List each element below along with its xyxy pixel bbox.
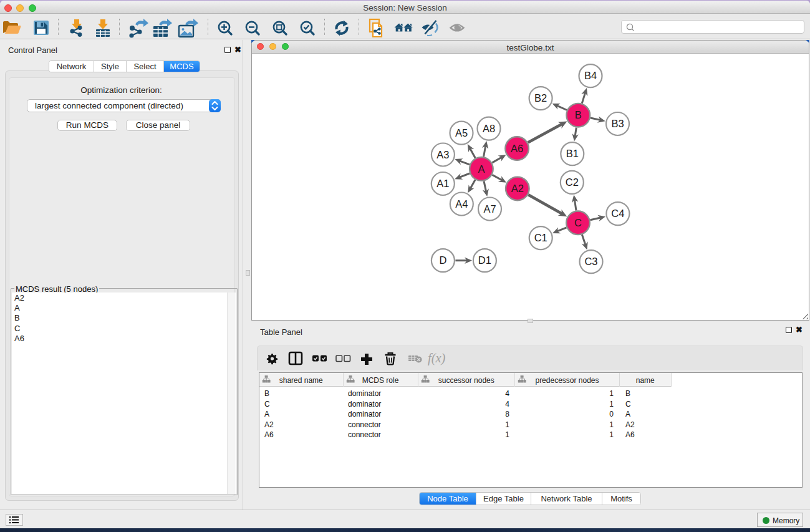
svg-text:C3: C3 [584, 256, 597, 267]
svg-text:A: A [478, 163, 485, 175]
svg-text:C1: C1 [534, 232, 547, 243]
svg-text:A4: A4 [455, 198, 468, 210]
svg-text:D: D [439, 254, 446, 266]
svg-text:A2: A2 [511, 183, 524, 194]
svg-text:C4: C4 [611, 208, 624, 219]
svg-text:B1: B1 [566, 148, 579, 159]
svg-text:A5: A5 [455, 127, 468, 138]
svg-text:B: B [575, 109, 582, 120]
svg-text:B3: B3 [611, 118, 624, 129]
svg-text:A3: A3 [436, 149, 449, 160]
svg-text:B4: B4 [584, 70, 597, 81]
svg-text:C: C [574, 217, 582, 228]
svg-text:A7: A7 [483, 203, 496, 215]
svg-text:D1: D1 [478, 254, 491, 266]
svg-text:f(x): f(x) [428, 351, 446, 365]
svg-text:A8: A8 [483, 123, 495, 134]
svg-text:C2: C2 [566, 177, 579, 188]
svg-text:A1: A1 [436, 178, 449, 189]
svg-text:B2: B2 [534, 92, 547, 104]
svg-text:A6: A6 [511, 143, 523, 154]
